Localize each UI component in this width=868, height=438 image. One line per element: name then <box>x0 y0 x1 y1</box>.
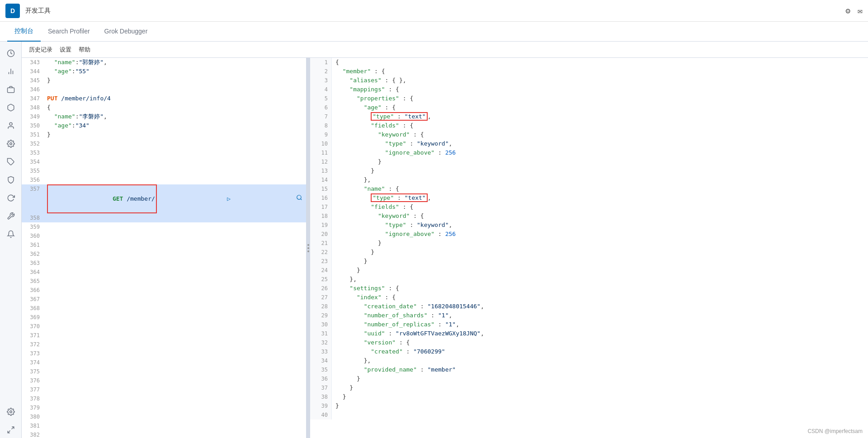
table-row: 359 <box>22 222 306 231</box>
json-line: 3 "aliases" : { }, <box>310 76 868 85</box>
svg-point-8 <box>9 411 12 413</box>
subtoolbar-settings[interactable]: 设置 <box>60 46 71 54</box>
json-line: 38 } <box>310 392 868 401</box>
sidebar-icon-chart[interactable] <box>3 63 19 80</box>
right-content[interactable]: 1 { 2 "member" : { 3 "aliases" : { }, <box>310 58 868 438</box>
svg-point-11 <box>297 195 301 199</box>
sidebar-icon-clock[interactable] <box>3 45 19 61</box>
json-line: 12 } <box>310 157 868 166</box>
json-lines: 1 { 2 "member" : { 3 "aliases" : { }, <box>310 58 868 419</box>
table-row: 349 "name":"李磐婷", <box>22 112 306 121</box>
table-row: 358 <box>22 213 306 222</box>
copy-icon[interactable] <box>232 185 302 212</box>
subtoolbar-history[interactable]: 历史记录 <box>29 46 52 54</box>
json-line: 31 "uuid" : "rv8oWtGFTVaezWGXy18JNQ", <box>310 329 868 338</box>
settings-icon[interactable]: ⚙ <box>845 6 850 15</box>
subtoolbar: 历史记录 设置 帮助 <box>22 42 868 58</box>
json-line: 33 "created" : "7060299" <box>310 347 868 356</box>
table-row: 344 "age":"55" <box>22 67 306 76</box>
sidebar-icon-expand[interactable] <box>3 422 19 438</box>
svg-line-9 <box>11 427 14 429</box>
table-row: 369 <box>22 313 306 322</box>
table-row: 350 "age":"34" <box>22 121 306 130</box>
table-row: 377 <box>22 385 306 394</box>
json-line: 30 "number_of_replicas" : "1", <box>310 320 868 329</box>
json-line-type-text-age: 7 "type" : "text", <box>310 112 868 121</box>
tab-console[interactable]: 控制台 <box>7 22 41 42</box>
table-row: 345 } <box>22 76 306 85</box>
json-line: 2 "member" : { <box>310 67 868 76</box>
sidebar-icon-box[interactable] <box>3 99 19 116</box>
table-row: 364 <box>22 268 306 277</box>
table-row: 362 <box>22 250 306 259</box>
json-line: 6 "age" : { <box>310 103 868 112</box>
json-line: 9 "keyword" : { <box>310 130 868 139</box>
content-area: 历史记录 设置 帮助 343 "name":"郭磐婷", 344 <box>22 42 868 438</box>
topbar-icons[interactable]: ⚙ ✉ <box>845 6 863 15</box>
sidebar-icon-tag[interactable] <box>3 154 19 170</box>
json-line: 28 "creation_date" : "1682048015446", <box>310 302 868 311</box>
json-line: 8 "fields" : { <box>310 121 868 130</box>
table-row: 366 <box>22 286 306 295</box>
left-editor-area[interactable]: 343 "name":"郭磐婷", 344 "age":"55" 345 } <box>22 58 306 438</box>
tab-grok-debugger[interactable]: Grok Debugger <box>97 22 155 42</box>
table-row: 346 <box>22 85 306 94</box>
left-editor-panel: 343 "name":"郭磐婷", 344 "age":"55" 345 } <box>22 58 307 438</box>
table-row: 378 <box>22 394 306 403</box>
main-layout: 历史记录 设置 帮助 343 "name":"郭磐婷", 344 <box>0 42 868 438</box>
json-line: 34 }, <box>310 356 868 365</box>
sidebar-icon-refresh[interactable] <box>3 190 19 206</box>
tab-search-profiler[interactable]: Search Profiler <box>41 22 97 42</box>
json-line: 13 } <box>310 166 868 175</box>
sidebar-icon-user[interactable] <box>3 118 19 134</box>
panel-resizer[interactable] <box>307 58 310 438</box>
table-row: 354 <box>22 157 306 166</box>
svg-rect-4 <box>7 88 14 93</box>
svg-point-5 <box>9 122 12 125</box>
sidebar-icon-alert[interactable] <box>3 226 19 242</box>
sidebar-icon-settings[interactable] <box>3 136 19 152</box>
table-row-selected: 357 GET /member/ ▷ <box>22 184 306 213</box>
sidebar-icon-shield[interactable] <box>3 172 19 188</box>
json-line: 15 "name" : { <box>310 184 868 193</box>
table-row: 370 <box>22 322 306 331</box>
sidebar-icon-stack[interactable] <box>3 81 19 98</box>
json-line: 39 } <box>310 401 868 410</box>
table-row: 376 <box>22 376 306 385</box>
table-row: 352 <box>22 139 306 148</box>
json-line: 23 } <box>310 257 868 266</box>
json-line: 18 "keyword" : { <box>310 212 868 221</box>
svg-point-6 <box>9 143 12 145</box>
json-line: 20 "ignore_above" : 256 <box>310 230 868 239</box>
json-line: 24 } <box>310 266 868 275</box>
table-row: 363 <box>22 259 306 268</box>
table-row: 351 } <box>22 130 306 139</box>
app-logo: D <box>5 4 20 18</box>
table-row: 373 <box>22 349 306 358</box>
svg-line-12 <box>301 199 302 200</box>
table-row: 355 <box>22 166 306 175</box>
json-line: 11 "ignore_above" : 256 <box>310 148 868 157</box>
json-line: 26 "settings" : { <box>310 284 868 293</box>
json-line: 40 <box>310 410 868 419</box>
right-panel: 1 { 2 "member" : { 3 "aliases" : { }, <box>310 58 868 438</box>
topbar: D 开发工具 ⚙ ✉ <box>0 0 868 22</box>
table-row: 381 <box>22 421 306 430</box>
sidebar-icon-settings-bottom[interactable] <box>3 404 19 420</box>
json-line: 21 } <box>310 239 868 248</box>
subtoolbar-help[interactable]: 帮助 <box>79 46 90 54</box>
navtabs: 控制台 Search Profiler Grok Debugger <box>0 22 868 42</box>
table-row: 374 <box>22 358 306 367</box>
table-row: 365 <box>22 277 306 286</box>
sidebar-icon-tool[interactable] <box>3 208 19 224</box>
run-icon[interactable]: ▷ <box>227 194 231 203</box>
table-row: 360 <box>22 231 306 240</box>
mail-icon[interactable]: ✉ <box>858 6 863 15</box>
json-line: 4 "mappings" : { <box>310 85 868 94</box>
json-line: 22 } <box>310 248 868 257</box>
table-row: 356 <box>22 175 306 184</box>
editor-split: 343 "name":"郭磐婷", 344 "age":"55" 345 } <box>22 58 868 438</box>
table-row: 348 { <box>22 103 306 112</box>
json-line: 36 } <box>310 374 868 383</box>
json-line: 19 "type" : "keyword", <box>310 221 868 230</box>
